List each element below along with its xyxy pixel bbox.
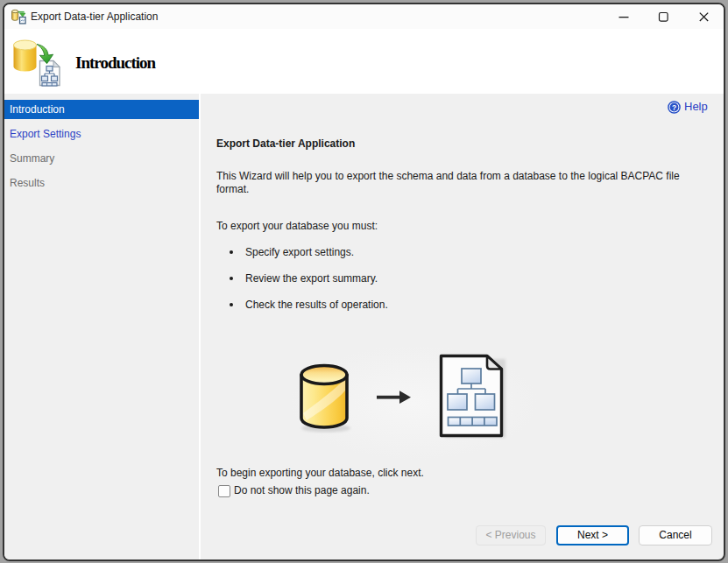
svg-text:?: ?: [672, 103, 676, 112]
